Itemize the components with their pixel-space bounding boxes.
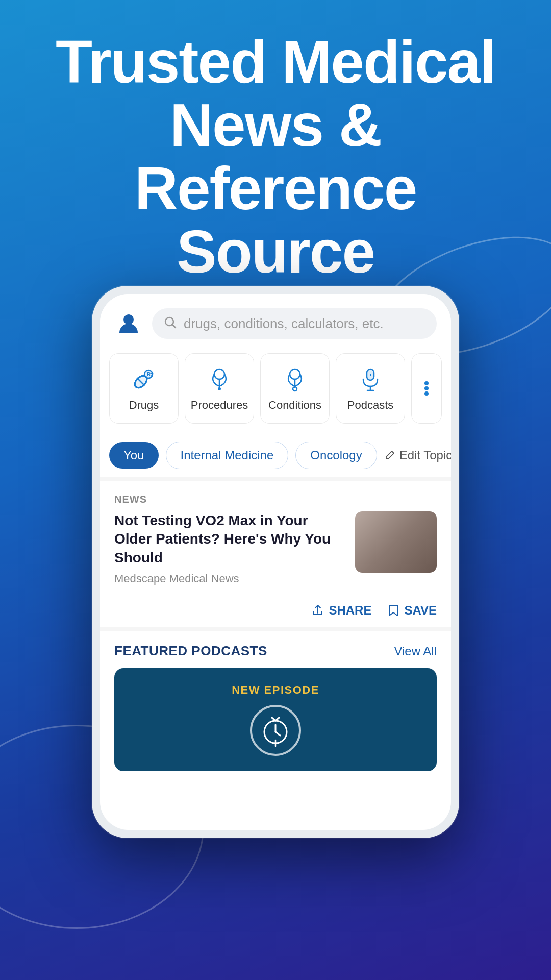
- svg-text:Rx: Rx: [147, 372, 154, 377]
- svg-point-9: [218, 387, 221, 390]
- category-podcasts-label: Podcasts: [347, 399, 394, 412]
- chip-internal-medicine[interactable]: Internal Medicine: [166, 442, 289, 469]
- category-drugs-label: Drugs: [129, 399, 159, 412]
- new-episode-badge: NEW EPISODE: [232, 683, 319, 697]
- news-article[interactable]: Not Testing VO2 Max in Your Older Patien…: [114, 511, 437, 585]
- podcasts-section: FEATURED PODCASTS View All NEW EPISODE: [100, 627, 451, 779]
- podcasts-header: FEATURED PODCASTS View All: [114, 643, 437, 659]
- edit-topics-button[interactable]: Edit Topics: [384, 448, 451, 462]
- news-article-title: Not Testing VO2 Max in Your Older Patien…: [114, 511, 345, 567]
- save-button[interactable]: SAVE: [387, 603, 437, 618]
- hero-title: Trusted Medical News & Reference Source: [31, 31, 520, 284]
- svg-line-24: [276, 732, 280, 736]
- category-podcasts[interactable]: Podcasts: [336, 353, 405, 424]
- search-placeholder-text: drugs, conditions, calculators, etc.: [184, 316, 384, 332]
- news-text-block: Not Testing VO2 Max in Your Older Patien…: [114, 511, 345, 585]
- svg-point-19: [424, 391, 429, 396]
- search-input-wrapper[interactable]: drugs, conditions, calculators, etc.: [152, 308, 437, 339]
- svg-point-12: [293, 387, 297, 391]
- news-article-source: Medscape Medical News: [114, 572, 345, 585]
- article-actions: SHARE SAVE: [100, 594, 451, 627]
- svg-point-0: [123, 314, 134, 325]
- procedure-icon: [206, 365, 233, 393]
- category-more[interactable]: [411, 353, 442, 424]
- pill-icon: Rx: [130, 365, 158, 393]
- stethoscope-icon: [281, 365, 309, 393]
- phone-inner-frame: drugs, conditions, calculators, etc.: [100, 294, 451, 830]
- category-conditions[interactable]: Conditions: [260, 353, 330, 424]
- svg-point-18: [424, 386, 429, 390]
- chip-oncology[interactable]: Oncology: [295, 442, 377, 469]
- user-avatar[interactable]: [114, 309, 143, 338]
- more-icon: [413, 375, 440, 402]
- svg-point-7: [214, 369, 224, 379]
- svg-point-17: [424, 381, 429, 385]
- phone-outer-frame: drugs, conditions, calculators, etc.: [92, 286, 459, 838]
- share-label: SHARE: [329, 603, 371, 618]
- topic-chips-row: You Internal Medicine Oncology Edit Topi…: [100, 433, 451, 477]
- category-procedures[interactable]: Procedures: [185, 353, 254, 424]
- podcast-card[interactable]: NEW EPISODE: [114, 668, 437, 771]
- share-button[interactable]: SHARE: [311, 603, 371, 618]
- category-procedures-label: Procedures: [191, 399, 248, 412]
- save-label: SAVE: [404, 603, 437, 618]
- search-icon: [163, 315, 178, 332]
- news-thumbnail: [355, 511, 437, 573]
- svg-point-10: [290, 369, 300, 379]
- chip-you[interactable]: You: [109, 442, 159, 469]
- news-section: NEWS Not Testing VO2 Max in Your Older P…: [100, 477, 451, 594]
- category-conditions-label: Conditions: [268, 399, 321, 412]
- news-section-label: NEWS: [114, 494, 437, 505]
- search-bar-area: drugs, conditions, calculators, etc.: [100, 294, 451, 348]
- news-thumbnail-image: [355, 511, 437, 573]
- podcast-timer-icon: [250, 705, 301, 756]
- hero-section: Trusted Medical News & Reference Source: [0, 0, 551, 304]
- microphone-icon: [357, 365, 384, 393]
- category-drugs[interactable]: Rx Drugs: [109, 353, 179, 424]
- app-screen: drugs, conditions, calculators, etc.: [100, 294, 451, 830]
- phone-mockup: drugs, conditions, calculators, etc.: [92, 286, 459, 838]
- view-all-button[interactable]: View All: [394, 644, 437, 658]
- category-grid: Rx Drugs: [100, 348, 451, 433]
- podcasts-section-title: FEATURED PODCASTS: [114, 643, 267, 659]
